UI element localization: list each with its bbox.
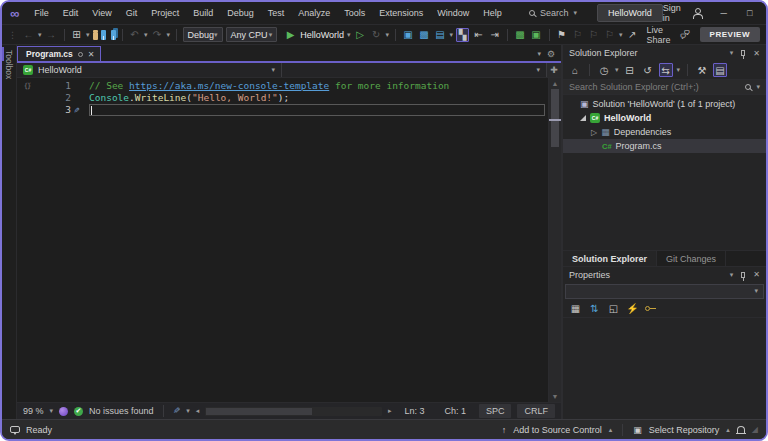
close-panel-icon[interactable]: ✕ (753, 270, 760, 279)
overflow-icon[interactable]: ▾ (450, 31, 454, 39)
scroll-down-icon[interactable]: ▼ (552, 391, 559, 402)
menu-extensions[interactable]: Extensions (372, 5, 430, 21)
platform-dropdown[interactable]: Any CPU ▾ (226, 27, 278, 42)
project-dropdown[interactable]: C# HelloWorld ▾ (17, 63, 282, 77)
collapsed-expander-icon[interactable]: ▷ (591, 128, 597, 137)
code-line-3[interactable]: 3✎ (17, 104, 548, 116)
sign-in-button[interactable]: Sign in (663, 3, 684, 23)
tree-item-program-cs[interactable]: C#Program.cs (563, 139, 766, 153)
send-feedback-icon[interactable]: 🗪 (679, 28, 692, 42)
start-debugging-label[interactable]: HelloWorld (300, 30, 344, 40)
search-box[interactable]: Search ▾ (523, 6, 583, 20)
member-list-icon[interactable]: ▣ (402, 28, 415, 42)
menu-debug[interactable]: Debug (220, 5, 261, 21)
clear-bookmarks-icon[interactable]: ⚐ (603, 28, 616, 42)
save-all-icon[interactable] (111, 30, 116, 40)
column-indicator[interactable]: Ch: 1 (437, 404, 473, 418)
quick-info-icon[interactable]: ▤ (434, 28, 447, 42)
close-tab-icon[interactable]: ✕ (88, 50, 95, 59)
menu-git[interactable]: Git (119, 5, 145, 21)
switch-views-icon[interactable]: ⌂ (568, 63, 582, 77)
collapse-all-icon[interactable]: ⊟ (623, 63, 637, 77)
menu-view[interactable]: View (85, 5, 118, 21)
tree-item-solution-helloworld-1-of-1-project[interactable]: ▣Solution 'HelloWorld' (1 of 1 project) (563, 97, 766, 111)
member-dropdown[interactable]: ▾ (282, 63, 547, 77)
scroll-up-icon[interactable]: ▲ (552, 78, 559, 89)
maximize-button[interactable]: □ (737, 4, 763, 23)
alphabetical-icon[interactable]: ⇅ (588, 301, 601, 315)
start-without-debugging-icon[interactable]: ▷ (354, 28, 367, 42)
menu-analyze[interactable]: Analyze (291, 5, 337, 21)
navigate-back-icon[interactable]: ← (22, 28, 35, 42)
menu-tools[interactable]: Tools (337, 5, 372, 21)
pin-tab-icon[interactable] (78, 52, 83, 57)
code-line-2[interactable]: 2Console.WriteLine("Hello, World!"); (17, 92, 548, 104)
configuration-dropdown[interactable]: Debug ▾ (183, 27, 223, 42)
increase-indent-icon[interactable]: ⇥ (488, 28, 501, 42)
chevron-up-icon[interactable]: ▴ (609, 426, 613, 434)
open-file-icon[interactable] (93, 32, 98, 40)
chevron-up-icon[interactable]: ▴ (726, 426, 730, 434)
chevron-down-icon[interactable]: ▾ (50, 407, 54, 415)
panel-menu-icon[interactable]: ▾ (730, 49, 734, 57)
uncomment-icon[interactable]: ▣ (530, 28, 543, 42)
panel-tab-solution-explorer[interactable]: Solution Explorer (563, 251, 657, 266)
hot-reload-dropdown-icon[interactable]: ▾ (386, 31, 390, 39)
solution-explorer-search[interactable]: Search Solution Explorer (Ctrl+;) ▾ (563, 80, 766, 95)
decrease-indent-icon[interactable]: ⇤ (472, 28, 485, 42)
horizontal-scrollbar[interactable] (205, 407, 382, 416)
show-all-files-icon[interactable]: ▤ (713, 63, 727, 77)
menu-build[interactable]: Build (186, 5, 220, 21)
scroll-right-icon[interactable]: ▸ (388, 407, 392, 415)
close-button[interactable]: ✕ (763, 4, 768, 23)
preview-button[interactable]: PREVIEW (700, 27, 760, 42)
issues-status[interactable]: No issues found (89, 406, 154, 416)
document-list-dropdown-icon[interactable]: ▾ (537, 50, 541, 58)
save-icon[interactable] (101, 30, 106, 40)
navigate-back-dropdown-icon[interactable]: ▾ (38, 31, 42, 39)
split-window-icon[interactable]: ✚ (547, 63, 561, 77)
line-indicator[interactable]: Ln: 3 (397, 404, 431, 418)
feedback-bubble-icon[interactable] (10, 426, 20, 433)
close-panel-icon[interactable]: ✕ (753, 49, 760, 58)
panel-menu-icon[interactable]: ▾ (730, 271, 734, 279)
menu-test[interactable]: Test (261, 5, 292, 21)
tab-program-cs[interactable]: Program.cs ✕ (17, 46, 101, 61)
panel-tab-git-changes[interactable]: Git Changes (657, 251, 726, 266)
chevron-down-icon[interactable]: ▾ (756, 83, 760, 91)
property-pages-icon[interactable] (645, 306, 650, 311)
overflow-icon[interactable]: ▾ (619, 31, 623, 39)
quick-actions-pen-icon[interactable]: ✎ (173, 406, 181, 416)
categorized-icon[interactable]: ▦ (569, 301, 582, 315)
new-project-dropdown-icon[interactable]: ▾ (86, 31, 90, 39)
profile-icon[interactable] (693, 8, 700, 18)
next-bookmark-icon[interactable]: ⚐ (587, 28, 600, 42)
navigate-forward-icon[interactable]: → (45, 28, 58, 42)
line-endings-indicator[interactable]: CRLF (517, 404, 555, 418)
menu-help[interactable]: Help (476, 5, 509, 21)
undo-dropdown-icon[interactable]: ▾ (144, 31, 148, 39)
undo-icon[interactable]: ↶ (128, 28, 141, 42)
scroll-left-icon[interactable]: ◂ (196, 407, 200, 415)
code-line-1[interactable]: {̇}1// See https://aka.ms/new-console-te… (17, 80, 548, 92)
tree-item-helloworld[interactable]: C#HelloWorld (563, 111, 766, 125)
vertical-scrollbar[interactable]: ▲ ▼ (548, 78, 561, 402)
pen-icon[interactable]: ✎ (74, 104, 79, 116)
add-to-source-control-button[interactable]: Add to Source Control (513, 425, 602, 435)
menu-file[interactable]: File (27, 5, 56, 21)
expanded-expander-icon[interactable] (580, 115, 586, 121)
spaces-indicator[interactable]: SPC (479, 404, 512, 418)
properties-tool-icon[interactable]: ⚒ (695, 63, 709, 77)
menu-edit[interactable]: Edit (56, 5, 86, 21)
zoom-level-dropdown[interactable]: 99 % (23, 406, 44, 416)
object-selector-dropdown[interactable]: ▾ (565, 284, 764, 299)
tree-item-dependencies[interactable]: ▷▦Dependencies (563, 125, 766, 139)
select-repository-button[interactable]: Select Repository (649, 425, 720, 435)
sync-with-active-document-icon[interactable]: ⇆ (659, 63, 673, 77)
menu-project[interactable]: Project (144, 5, 186, 21)
parameter-info-icon[interactable]: ▩ (418, 28, 431, 42)
refresh-icon[interactable]: ↺ (641, 63, 655, 77)
code-editor[interactable]: {̇}1// See https://aka.ms/new-console-te… (17, 78, 548, 402)
toggle-bookmark-icon[interactable]: ⚑ (555, 28, 568, 42)
toolbar-grip[interactable]: ⋮ (8, 30, 17, 40)
